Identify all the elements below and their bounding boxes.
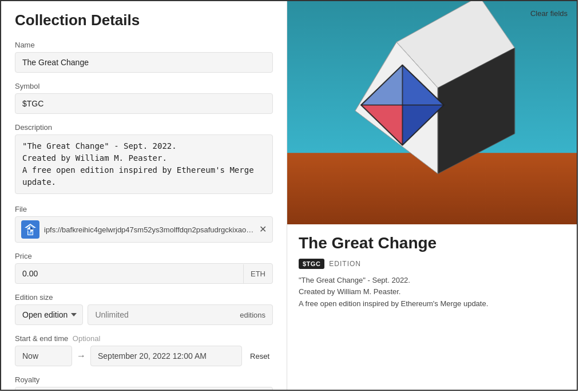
price-label: Price xyxy=(15,252,273,260)
price-field: ETH xyxy=(15,263,273,284)
edition-row: Open edition editions xyxy=(15,304,273,325)
badge-tgc: $TGC xyxy=(299,259,324,269)
page-title: Collection Details xyxy=(15,11,273,29)
clear-fields-button[interactable]: Clear fields xyxy=(530,9,568,18)
edition-label: Edition size xyxy=(15,293,273,302)
file-label: File xyxy=(15,205,273,213)
symbol-group: Symbol xyxy=(15,82,273,114)
badge-edition: EDITION xyxy=(329,260,361,268)
close-icon[interactable]: ✕ xyxy=(259,225,267,234)
end-time-input[interactable] xyxy=(90,346,242,366)
name-label: Name xyxy=(15,41,273,49)
preview-badge-row: $TGC EDITION xyxy=(299,259,565,269)
royalty-group: Royalty % xyxy=(15,375,273,390)
chevron-down-icon xyxy=(71,313,77,316)
preview-image-wrap xyxy=(287,1,577,224)
optional-label: Optional xyxy=(73,334,100,343)
description-input[interactable]: "The Great Change" - Sept. 2022. Created… xyxy=(15,134,273,194)
right-panel: Clear fields The Great Change $TGC EDITI… xyxy=(287,1,577,390)
start-end-group: Start & end time Optional → Reset xyxy=(15,334,273,366)
royalty-field: % xyxy=(15,387,273,390)
left-panel: Collection Details Name Symbol Descripti… xyxy=(1,1,287,390)
edition-group: Edition size Open edition editions xyxy=(15,293,273,325)
price-group: Price ETH xyxy=(15,252,273,284)
edition-amount-input[interactable] xyxy=(88,305,233,324)
file-upload-icon xyxy=(21,220,39,239)
edition-select-dropdown[interactable]: Open edition xyxy=(15,304,83,325)
edition-select-text: Open edition xyxy=(22,310,68,319)
datetime-row: → Reset xyxy=(15,346,273,366)
start-time-input[interactable] xyxy=(15,346,72,366)
royalty-suffix: % xyxy=(252,388,272,390)
royalty-label: Royalty xyxy=(15,375,273,384)
symbol-input[interactable] xyxy=(15,93,273,114)
preview-artwork xyxy=(287,1,577,224)
name-input[interactable] xyxy=(15,52,273,73)
reset-button[interactable]: Reset xyxy=(247,350,273,363)
price-input[interactable] xyxy=(15,264,243,283)
file-group: File ipfs://bafkreihic4gelwrjdp47sm52ys3… xyxy=(15,205,273,243)
preview-description: "The Great Change" - Sept. 2022.Created … xyxy=(299,275,565,310)
description-label: Description xyxy=(15,123,273,132)
file-path-text: ipfs://bafkreihic4gelwrjdp47sm52ys3molff… xyxy=(44,225,255,234)
symbol-label: Symbol xyxy=(15,82,273,90)
start-end-label: Start & end time Optional xyxy=(15,334,273,343)
price-suffix: ETH xyxy=(243,264,272,283)
description-group: Description "The Great Change" - Sept. 2… xyxy=(15,123,273,196)
right-arrow-icon: → xyxy=(77,351,86,361)
edition-unlimited-field: editions xyxy=(88,304,273,325)
name-group: Name xyxy=(15,41,273,73)
preview-title: The Great Change xyxy=(299,233,565,253)
preview-info: The Great Change $TGC EDITION "The Great… xyxy=(287,224,577,316)
royalty-input[interactable] xyxy=(15,387,252,390)
edition-suffix: editions xyxy=(233,306,272,324)
file-field[interactable]: ipfs://bafkreihic4gelwrjdp47sm52ys3molff… xyxy=(15,216,273,243)
